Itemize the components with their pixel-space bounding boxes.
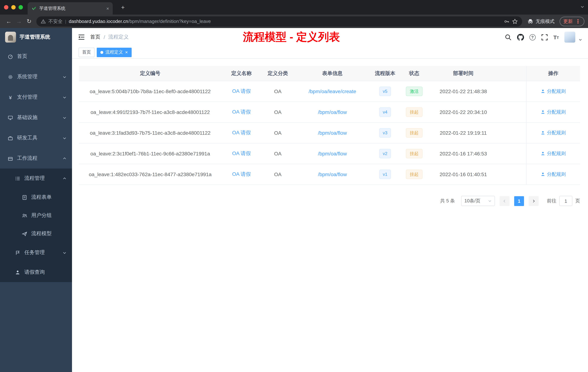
tag-process-definition[interactable]: 流程定义 × xyxy=(97,47,131,57)
tab-favicon-leaf-icon xyxy=(31,6,36,11)
sidebar-item-system[interactable]: 系统管理 xyxy=(0,67,72,87)
update-chip[interactable]: 更新 ⋮ xyxy=(560,17,584,26)
warning-icon xyxy=(41,19,46,24)
person-icon xyxy=(15,270,20,275)
toolbox-icon xyxy=(8,135,13,141)
sidebar-item-infrastructure[interactable]: 基础设施 xyxy=(0,107,72,128)
github-icon[interactable] xyxy=(517,34,524,41)
prev-page-button[interactable] xyxy=(500,196,509,206)
page-size-select[interactable]: 10条/页 xyxy=(461,196,495,206)
assign-rule-link[interactable]: 分配规则 xyxy=(541,150,566,157)
next-page-button[interactable] xyxy=(529,196,538,206)
status-badge: 挂起 xyxy=(406,170,422,179)
sidebar-item-user-group[interactable]: 用户分组 xyxy=(0,206,72,225)
current-page-button[interactable]: 1 xyxy=(514,196,524,206)
user-avatar[interactable] xyxy=(564,32,575,43)
form-link[interactable]: /bpm/oa/flow xyxy=(318,130,347,136)
sidebar-toggle-icon[interactable] xyxy=(78,33,85,41)
sidebar-item-home[interactable]: 首页 xyxy=(0,46,72,67)
col-header-status: 状态 xyxy=(400,66,429,81)
assign-rule-link[interactable]: 分配规则 xyxy=(541,171,566,178)
tag-close-icon[interactable]: × xyxy=(125,50,128,55)
search-icon[interactable] xyxy=(504,34,512,41)
new-tab-button[interactable]: + xyxy=(118,3,127,12)
status-badge: 挂起 xyxy=(406,149,422,158)
update-label[interactable]: 更新 xyxy=(563,18,573,25)
definition-name-link[interactable]: OA 请假 xyxy=(232,130,251,136)
chevron-right-icon xyxy=(532,199,536,203)
form-link[interactable]: /bpm/oa/leave/create xyxy=(309,88,356,94)
chevron-up-icon xyxy=(63,156,67,160)
browser-tabstrip: 芋道管理系统 × + xyxy=(0,0,588,15)
form-link[interactable]: /bpm/oa/flow xyxy=(318,171,347,177)
cell-category: OA xyxy=(262,143,294,164)
col-header-id: 定义编号 xyxy=(79,66,221,81)
sidebar: 芋道管理系统 首页 系统管理 ¥ 支付管理 基础设施 xyxy=(0,28,72,372)
close-window-button[interactable] xyxy=(4,5,8,10)
toolbar-right: 无痕模式 更新 ⋮ xyxy=(526,17,584,26)
definition-name-link[interactable]: OA 请假 xyxy=(232,150,251,157)
incognito-label: 无痕模式 xyxy=(536,18,555,25)
help-icon[interactable]: ? xyxy=(529,34,536,40)
version-badge: v3 xyxy=(379,128,391,138)
assign-rule-link[interactable]: 分配规则 xyxy=(541,109,566,115)
monitor-icon xyxy=(8,115,13,120)
chevron-down-icon xyxy=(63,136,67,140)
forward-button[interactable]: → xyxy=(14,16,24,26)
chevron-down-icon xyxy=(63,116,67,120)
reload-button[interactable]: ↻ xyxy=(24,16,34,26)
browser-toolbar: ← → ↻ 不安全 | dashboard.yudao.iocoder.cn/b… xyxy=(0,15,588,28)
sidebar-item-process-form[interactable]: 流程表单 xyxy=(0,188,72,206)
definition-name-link[interactable]: OA 请假 xyxy=(232,171,251,178)
form-link[interactable]: /bpm/oa/flow xyxy=(318,109,347,115)
fullscreen-icon[interactable] xyxy=(541,34,548,41)
form-icon xyxy=(22,195,27,200)
sidebar-item-process-management[interactable]: 流程管理 xyxy=(0,169,72,188)
page-content: 定义编号 定义名称 定义分类 表单信息 流程版本 状态 部署时间 操作 oa_l… xyxy=(72,59,588,372)
table-row: oa_leave:1:482ec033-762a-11ec-8477-a2380… xyxy=(79,164,580,185)
font-size-icon[interactable]: TT xyxy=(553,34,559,40)
password-key-icon[interactable] xyxy=(504,18,509,24)
security-label[interactable]: 不安全 xyxy=(48,18,63,25)
pagination: 共 5 条 10条/页 1 前往 页 xyxy=(79,196,580,206)
tab-close-icon[interactable]: × xyxy=(106,6,109,11)
breadcrumb-separator: / xyxy=(104,34,105,40)
logo-avatar xyxy=(5,32,16,43)
sidebar-item-process-model[interactable]: 流程模型 xyxy=(0,225,72,243)
cell-definition-id: oa_leave:1:482ec033-762a-11ec-8477-a2380… xyxy=(79,164,221,185)
url-host: dashboard.yudao.iocoder.cn xyxy=(69,19,128,24)
status-badge: 激活 xyxy=(406,87,422,96)
assign-rule-link[interactable]: 分配规则 xyxy=(541,130,566,136)
form-link[interactable]: /bpm/oa/flow xyxy=(318,151,347,156)
browser-window: 芋道管理系统 × + ← → ↻ 不安全 | dashboard.yudao.i… xyxy=(0,0,588,372)
definition-name-link[interactable]: OA 请假 xyxy=(232,88,251,95)
tags-view-bar: 首页 流程定义 × xyxy=(72,46,588,59)
workflow-icon xyxy=(8,156,13,161)
breadcrumb-home[interactable]: 首页 xyxy=(90,34,100,40)
zoom-window-button[interactable] xyxy=(19,5,23,10)
avatar-caret-icon[interactable] xyxy=(578,38,582,42)
app-logo[interactable]: 芋道管理系统 xyxy=(0,28,72,46)
bookmark-star-icon[interactable] xyxy=(512,18,518,24)
address-bar[interactable]: 不安全 | dashboard.yudao.iocoder.cn/bpm/man… xyxy=(36,16,522,26)
annotation-text: 流程模型 - 定义列表 xyxy=(243,30,340,44)
sidebar-item-payment[interactable]: ¥ 支付管理 xyxy=(0,87,72,107)
col-header-actions: 操作 xyxy=(526,66,580,81)
sidebar-item-leave-query[interactable]: 请假查询 xyxy=(0,263,72,282)
cell-deploy-time: 2022-01-22 20:34:10 xyxy=(429,102,498,122)
minimize-window-button[interactable] xyxy=(11,5,16,10)
browser-tab[interactable]: 芋道管理系统 × xyxy=(28,2,113,15)
person-icon xyxy=(541,131,545,135)
gear-icon xyxy=(8,74,13,79)
tab-search-chevron-icon[interactable] xyxy=(580,5,584,9)
goto-page-input[interactable] xyxy=(559,196,572,206)
sidebar-item-devtools[interactable]: 研发工具 xyxy=(0,128,72,148)
tag-home[interactable]: 首页 xyxy=(79,47,94,57)
sidebar-item-task-management[interactable]: 任务管理 xyxy=(0,243,72,263)
assign-rule-link[interactable]: 分配规则 xyxy=(541,88,566,95)
url-divider: | xyxy=(65,19,66,24)
menu-kebab-icon[interactable]: ⋮ xyxy=(575,18,581,25)
definition-name-link[interactable]: OA 请假 xyxy=(232,109,251,115)
sidebar-item-workflow[interactable]: 工作流程 xyxy=(0,148,72,169)
back-button[interactable]: ← xyxy=(4,16,14,26)
